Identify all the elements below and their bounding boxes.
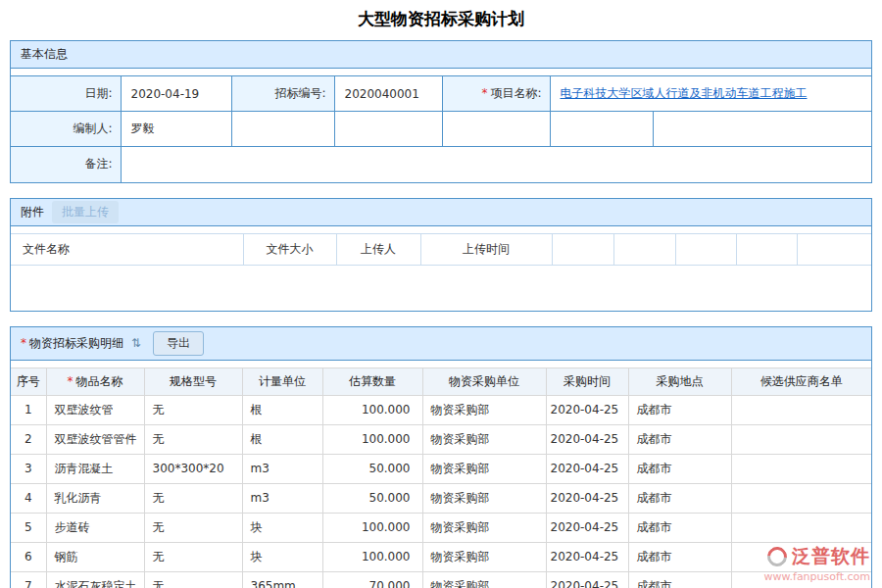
page-title: 大型物资招标采购计划 [0,0,882,40]
column-header: 文件名称 [11,233,243,265]
table-row: 5步道砖无块100.000物资采购部2020-04-25成都市 [11,513,871,542]
required-asterisk: * [21,336,26,350]
empty-cell [442,112,550,147]
table-cell: 无 [144,513,242,542]
empty-cell [334,112,442,147]
fanpu-logo-icon [763,543,791,570]
table-cell: 根 [242,395,322,424]
creator-label: 编制人: [11,112,121,147]
table-cell: 块 [242,542,322,571]
table-cell: 物资采购部 [422,424,546,454]
table-cell: 1 [11,395,46,424]
details-title: *物资招标采购明细 [21,335,123,352]
table-cell: 物资采购部 [422,513,546,542]
table-cell: m3 [242,483,322,513]
column-header: 采购时间 [546,368,628,395]
table-cell [731,454,871,483]
table-cell: 2020-04-25 [546,513,628,542]
details-panel: *物资招标采购明细 ⇅ 导出 序号*物品名称规格型号计量单位估算数量物资采购单位… [10,326,872,588]
table-cell: 50.000 [322,483,422,513]
table-cell: 物资采购部 [422,395,546,424]
empty-cell [231,112,334,147]
table-cell: 7 [11,571,46,588]
table-cell: 6 [11,542,46,571]
table-cell: m3 [242,454,322,483]
column-header [736,233,797,265]
table-cell: 步道砖 [46,513,144,542]
table-cell: 4 [11,483,46,513]
column-header: 计量单位 [242,368,322,395]
batch-upload-button[interactable]: 批量上传 [52,201,119,223]
attachments-empty-area [11,266,871,311]
table-cell: 2020-04-25 [546,483,628,513]
remark-value [121,147,871,182]
table-row: 3沥青混凝土300*300*20m350.000物资采购部2020-04-25成… [11,454,871,483]
project-name-label: *项目名称: [442,76,550,112]
form-row-3: 备注: [11,147,871,182]
table-cell: 100.000 [322,395,422,424]
table-cell: 2020-04-25 [546,454,628,483]
bid-no-label: 招标编号: [231,76,334,112]
project-name-link[interactable]: 电子科技大学区域人行道及非机动车道工程施工 [561,86,808,100]
column-header [552,233,613,265]
required-asterisk: * [481,86,487,100]
required-asterisk: * [68,374,74,388]
table-cell: 2020-04-25 [546,571,628,588]
table-cell [731,424,871,454]
sort-icon[interactable]: ⇅ [131,336,141,350]
table-cell: 根 [242,424,322,454]
table-cell: 无 [144,424,242,454]
page: 大型物资招标采购计划 基本信息 日期: 2020-04-19 招标编号: 202… [0,0,882,588]
project-name-cell: 电子科技大学区域人行道及非机动车道工程施工 [550,76,871,112]
attachments-header-row: 文件名称文件大小上传人上传时间 [11,233,871,265]
table-cell: 300*300*20 [144,454,242,483]
bid-no-value: 2020040001 [334,76,442,112]
table-cell [731,483,871,513]
spacer [11,361,871,368]
table-cell: 乳化沥青 [46,483,144,513]
table-cell: 成都市 [628,395,731,424]
date-value: 2020-04-19 [121,76,231,112]
remark-label: 备注: [11,147,121,182]
table-cell [731,513,871,542]
table-cell: 物资采购部 [422,571,546,588]
export-button[interactable]: 导出 [153,331,204,356]
column-header: 上传人 [336,233,420,265]
creator-value: 罗毅 [121,112,231,147]
table-cell: 物资采购部 [422,454,546,483]
table-cell: 100.000 [322,424,422,454]
vendor-logo-row: 泛普软件 [764,544,870,569]
vendor-website: www.fanpusoft.com [764,570,870,583]
column-header [675,233,736,265]
column-header: 采购地点 [628,368,731,395]
vendor-logo: 泛普软件 www.fanpusoft.com [764,544,870,583]
details-table: 序号*物品名称规格型号计量单位估算数量物资采购单位采购时间采购地点候选供应商名单… [11,368,871,588]
table-cell: 无 [144,542,242,571]
table-cell: 成都市 [628,424,731,454]
column-header: 估算数量 [322,368,422,395]
table-cell: 成都市 [628,571,731,588]
empty-cell [550,112,653,147]
form-row-2: 编制人: 罗毅 [11,112,871,147]
table-cell: 成都市 [628,513,731,542]
attachments-title: 附件 [21,204,44,220]
table-cell: 100.000 [322,542,422,571]
table-cell: 365mm [242,571,322,588]
table-row: 1双壁波纹管无根100.000物资采购部2020-04-25成都市 [11,395,871,424]
basic-info-header-bar: 基本信息 [11,41,871,69]
table-cell: 2020-04-25 [546,542,628,571]
table-cell: 水泥石灰稳定土 [46,571,144,588]
table-row: 2双壁波纹管管件无根100.000物资采购部2020-04-25成都市 [11,424,871,454]
table-cell: 50.000 [322,454,422,483]
column-header: 物资采购单位 [422,368,546,395]
table-cell: 2020-04-25 [546,395,628,424]
vendor-name: 泛普软件 [792,544,870,569]
table-cell: 成都市 [628,454,731,483]
attachments-panel: 附件 批量上传 文件名称文件大小上传人上传时间 [10,198,872,312]
table-cell: 70.000 [322,571,422,588]
spacer [11,226,871,233]
table-cell: 3 [11,454,46,483]
column-header [797,233,871,265]
project-name-label-text: 项目名称: [490,86,541,100]
spacer [11,69,871,75]
